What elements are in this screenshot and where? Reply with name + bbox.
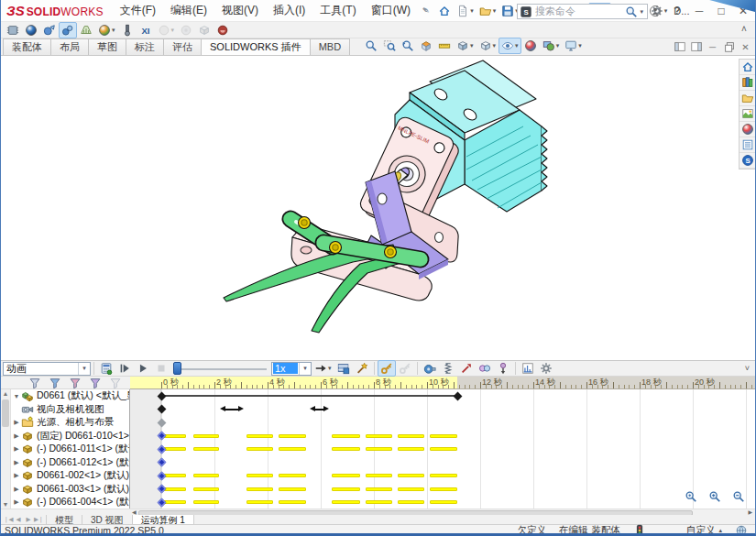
cam-button[interactable] [177, 22, 195, 38]
expander-right-icon[interactable]: ▶ [12, 486, 21, 493]
filter-animated-button[interactable] [46, 377, 64, 388]
measure-button[interactable] [435, 38, 454, 54]
help-button[interactable]: ? [667, 2, 687, 20]
gravity-button[interactable] [494, 360, 512, 377]
key-diamond-black[interactable] [157, 391, 166, 400]
doc-close-button[interactable]: ✕ [739, 40, 752, 53]
simulation-button[interactable]: XI [137, 22, 155, 38]
search-input[interactable]: S 搜索命令 ▾ [517, 4, 648, 19]
scroll-down-icon[interactable]: ▼ [1, 501, 10, 508]
calculate-button[interactable] [97, 360, 115, 377]
expander-right-icon[interactable]: ▶ [12, 432, 21, 440]
expander-right-icon[interactable]: ▶ [12, 472, 21, 479]
login-user-button[interactable] [645, 2, 665, 20]
end-key-diamond[interactable] [453, 391, 462, 400]
tl-zoom-out-button[interactable] [729, 488, 748, 505]
slider-thumb[interactable] [173, 362, 181, 375]
appearances-button[interactable] [740, 122, 755, 137]
key-diamond-blue[interactable] [157, 485, 166, 494]
graphics-viewport[interactable]: MNLPE-SLIM [1, 56, 755, 360]
playback-speed-select[interactable]: 1x▾ [271, 362, 312, 376]
edit-appearance-button[interactable] [521, 38, 540, 54]
tab-last-icon[interactable]: ▶❘ [34, 516, 43, 523]
contact-button[interactable] [476, 360, 494, 377]
menu-item-0[interactable]: 文件(F) [113, 0, 163, 21]
plastics-button[interactable] [214, 22, 232, 38]
key-diamond-blue[interactable] [157, 458, 166, 467]
doc-restore-button[interactable] [722, 40, 736, 53]
inspection-button[interactable] [195, 22, 214, 38]
expander-down-icon[interactable]: ▼ [12, 393, 21, 399]
tab-first-icon[interactable]: ❘◀ [4, 516, 13, 523]
add-key-button[interactable] [396, 360, 414, 377]
export-animation-button[interactable]: ▾ [312, 360, 334, 377]
previous-view-button[interactable] [399, 38, 417, 54]
motor-button[interactable] [421, 360, 439, 377]
tree-item-3[interactable]: ▶(固定) D0661-010<1> (默 [12, 430, 129, 443]
tree-item-1[interactable]: 视向及相机视图 [12, 403, 129, 417]
key-diamond-black[interactable] [157, 405, 166, 414]
photoview360-button[interactable] [22, 22, 40, 38]
menu-item-3[interactable]: 插入(I) [266, 0, 312, 21]
tab-标注[interactable]: 标注 [126, 38, 164, 55]
menu-item-5[interactable]: 窗口(W) [364, 0, 418, 21]
results-button[interactable] [519, 360, 537, 377]
tree-item-4[interactable]: ▶(-) D0661-011<1> (默认) [12, 443, 129, 456]
doc-minimize-button[interactable]: ─ [706, 40, 719, 53]
view-key-interpolation-bar[interactable] [220, 406, 244, 412]
tab-装配体[interactable]: 装配体 [3, 38, 51, 55]
open-button[interactable]: ▾ [477, 3, 499, 19]
autokey-button[interactable] [378, 360, 396, 377]
tab-布局[interactable]: 布局 [50, 38, 89, 55]
key-diamond-blue[interactable] [157, 498, 166, 507]
pane-left-icon[interactable] [673, 40, 686, 53]
tree-item-2[interactable]: ▶光源、相机与布景 [12, 416, 129, 430]
filter-selected-button[interactable] [86, 377, 104, 388]
search-options-chevron-icon[interactable]: ▾ [640, 8, 643, 16]
timeline-ruler[interactable]: 0 秒2 秒4 秒6 秒8 秒10 秒12 秒14 秒16 秒18 秒20 秒 [130, 377, 755, 389]
display-style-button[interactable]: ▾ [477, 38, 499, 54]
play-button[interactable] [134, 360, 152, 377]
timeline-hscrollbar[interactable]: ◀ ▶ [1, 509, 755, 515]
key-diamond-blue[interactable] [157, 444, 166, 454]
study-properties-button[interactable] [537, 360, 555, 377]
tab-next-icon[interactable]: ▶ [24, 516, 33, 523]
scroll-up-icon[interactable]: ▲ [1, 390, 10, 397]
file-explorer-button[interactable] [740, 91, 755, 106]
flow-simulation-button[interactable]: ▾ [155, 22, 178, 38]
hide-show-button[interactable]: ▾ [499, 38, 521, 54]
expander-right-icon[interactable]: ▶ [12, 459, 21, 466]
zoom-fit-button[interactable] [362, 38, 380, 54]
toolbox-button[interactable] [118, 22, 137, 38]
stop-button[interactable] [152, 360, 170, 377]
study-type-select[interactable]: 动画 ▾ [3, 362, 91, 376]
globe-icon[interactable] [735, 524, 748, 536]
play-from-start-button[interactable] [115, 360, 134, 377]
tab-草图[interactable]: 草图 [88, 38, 126, 55]
doc-tab-0[interactable]: 模型 [46, 515, 82, 524]
toolbar-collapse-chevron-icon[interactable]: ˄ [737, 24, 751, 34]
menu-item-4[interactable]: 工具(T) [312, 0, 363, 21]
doc-tab-1[interactable]: 3D 视图 [82, 515, 133, 524]
search-icon[interactable] [625, 5, 638, 18]
filter-results-button[interactable] [106, 377, 125, 388]
filter-funnel-button[interactable] [26, 377, 44, 388]
visualize-button[interactable]: ▾ [95, 22, 118, 38]
save-animation-button[interactable] [334, 360, 353, 377]
tree-item-8[interactable]: ▶(-) D0661-004<1> (默认) [12, 496, 129, 509]
key-diamond-blue[interactable] [157, 432, 166, 441]
tab-评估[interactable]: 评估 [163, 38, 202, 55]
filter-driving-button[interactable] [66, 377, 84, 388]
tree-scrollbar[interactable]: ▲ ▼ [1, 389, 11, 509]
key-diamond-gray[interactable] [157, 418, 166, 427]
view-orientation-button[interactable]: ▾ [454, 38, 477, 54]
scanto3d-button[interactable] [40, 22, 59, 38]
tab-mbd[interactable]: MBD [310, 38, 350, 55]
tree-item-0[interactable]: ▼D0661 (默认) <默认_显示状态 [12, 389, 129, 403]
maximize-button[interactable]: □ [711, 2, 731, 20]
view-settings-button[interactable]: ▾ [562, 38, 585, 54]
force-button[interactable] [457, 360, 476, 377]
view-key-interpolation-bar[interactable] [310, 406, 329, 412]
circuitworks-button[interactable] [4, 22, 22, 38]
timeline-position-slider[interactable] [173, 362, 268, 375]
